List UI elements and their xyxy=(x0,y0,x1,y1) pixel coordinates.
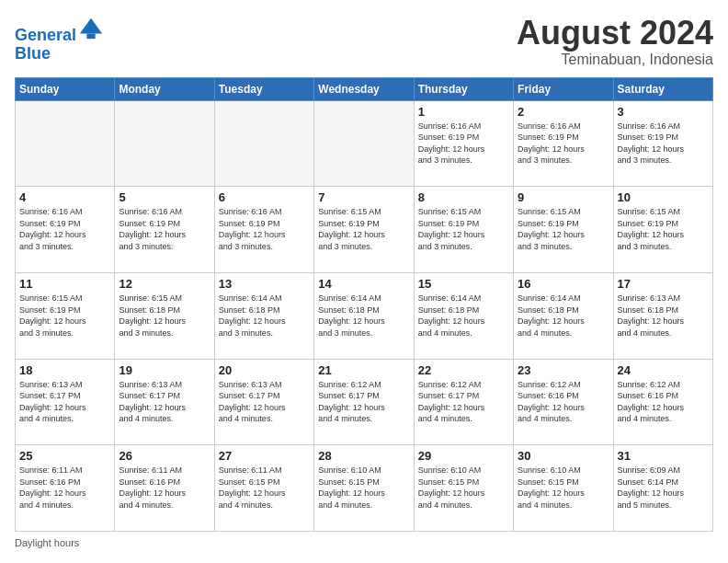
day-info: Sunrise: 6:09 AM Sunset: 6:14 PM Dayligh… xyxy=(618,465,709,511)
day-number: 13 xyxy=(219,277,310,291)
day-number: 31 xyxy=(618,449,709,463)
day-info: Sunrise: 6:16 AM Sunset: 6:19 PM Dayligh… xyxy=(518,121,609,167)
day-number: 27 xyxy=(219,449,310,463)
day-info: Sunrise: 6:10 AM Sunset: 6:15 PM Dayligh… xyxy=(418,465,509,511)
day-number: 19 xyxy=(119,363,210,377)
calendar-cell: 21Sunrise: 6:12 AM Sunset: 6:17 PM Dayli… xyxy=(314,359,414,445)
day-number: 21 xyxy=(318,363,409,377)
day-number: 5 xyxy=(119,190,210,204)
day-info: Sunrise: 6:13 AM Sunset: 6:18 PM Dayligh… xyxy=(618,293,709,339)
day-number: 12 xyxy=(119,277,210,291)
day-info: Sunrise: 6:12 AM Sunset: 6:16 PM Dayligh… xyxy=(518,379,609,425)
day-info: Sunrise: 6:16 AM Sunset: 6:19 PM Dayligh… xyxy=(618,121,709,167)
calendar-cell: 20Sunrise: 6:13 AM Sunset: 6:17 PM Dayli… xyxy=(214,359,313,445)
header: General Blue August 2024 Teminabuan, Ind… xyxy=(15,15,713,68)
day-number: 9 xyxy=(518,190,609,204)
day-info: Sunrise: 6:13 AM Sunset: 6:17 PM Dayligh… xyxy=(19,379,110,425)
footer: Daylight hours xyxy=(15,537,713,548)
day-number: 4 xyxy=(19,190,110,204)
day-info: Sunrise: 6:14 AM Sunset: 6:18 PM Dayligh… xyxy=(518,293,609,339)
col-tuesday: Tuesday xyxy=(214,77,313,100)
day-info: Sunrise: 6:13 AM Sunset: 6:17 PM Dayligh… xyxy=(119,379,210,425)
calendar-cell: 13Sunrise: 6:14 AM Sunset: 6:18 PM Dayli… xyxy=(214,272,313,359)
day-info: Sunrise: 6:15 AM Sunset: 6:18 PM Dayligh… xyxy=(119,293,210,339)
svg-marker-1 xyxy=(86,34,95,40)
calendar-cell: 22Sunrise: 6:12 AM Sunset: 6:17 PM Dayli… xyxy=(414,359,513,445)
day-number: 18 xyxy=(19,363,110,377)
calendar-cell: 4Sunrise: 6:16 AM Sunset: 6:19 PM Daylig… xyxy=(16,187,115,273)
calendar-cell: 16Sunrise: 6:14 AM Sunset: 6:18 PM Dayli… xyxy=(514,272,613,359)
day-number: 11 xyxy=(19,277,110,291)
day-info: Sunrise: 6:10 AM Sunset: 6:15 PM Dayligh… xyxy=(318,465,409,511)
day-number: 14 xyxy=(318,277,409,291)
calendar-cell: 3Sunrise: 6:16 AM Sunset: 6:19 PM Daylig… xyxy=(613,100,712,187)
logo-blue: Blue xyxy=(15,45,104,63)
day-info: Sunrise: 6:15 AM Sunset: 6:19 PM Dayligh… xyxy=(318,206,409,252)
calendar-cell: 29Sunrise: 6:10 AM Sunset: 6:15 PM Dayli… xyxy=(414,445,513,532)
day-number: 15 xyxy=(418,277,509,291)
month-year: August 2024 xyxy=(517,15,713,52)
calendar-cell xyxy=(115,100,214,187)
day-info: Sunrise: 6:16 AM Sunset: 6:19 PM Dayligh… xyxy=(219,206,310,252)
calendar-cell: 12Sunrise: 6:15 AM Sunset: 6:18 PM Dayli… xyxy=(115,272,214,359)
calendar-cell: 31Sunrise: 6:09 AM Sunset: 6:14 PM Dayli… xyxy=(613,445,712,532)
day-number: 3 xyxy=(618,105,709,119)
calendar-cell: 17Sunrise: 6:13 AM Sunset: 6:18 PM Dayli… xyxy=(613,272,712,359)
calendar-cell: 6Sunrise: 6:16 AM Sunset: 6:19 PM Daylig… xyxy=(214,187,313,273)
calendar-cell: 15Sunrise: 6:14 AM Sunset: 6:18 PM Dayli… xyxy=(414,272,513,359)
day-info: Sunrise: 6:12 AM Sunset: 6:17 PM Dayligh… xyxy=(418,379,509,425)
calendar-week-1: 4Sunrise: 6:16 AM Sunset: 6:19 PM Daylig… xyxy=(16,187,713,273)
day-info: Sunrise: 6:13 AM Sunset: 6:17 PM Dayligh… xyxy=(219,379,310,425)
calendar-cell xyxy=(214,100,313,187)
day-info: Sunrise: 6:15 AM Sunset: 6:19 PM Dayligh… xyxy=(418,206,509,252)
day-number: 8 xyxy=(418,190,509,204)
calendar-week-2: 11Sunrise: 6:15 AM Sunset: 6:19 PM Dayli… xyxy=(16,272,713,359)
day-info: Sunrise: 6:16 AM Sunset: 6:19 PM Dayligh… xyxy=(19,206,110,252)
day-number: 23 xyxy=(518,363,609,377)
day-number: 29 xyxy=(418,449,509,463)
col-sunday: Sunday xyxy=(16,77,115,100)
col-saturday: Saturday xyxy=(613,77,712,100)
day-info: Sunrise: 6:16 AM Sunset: 6:19 PM Dayligh… xyxy=(418,121,509,167)
day-info: Sunrise: 6:10 AM Sunset: 6:15 PM Dayligh… xyxy=(518,465,609,511)
calendar-cell xyxy=(16,100,115,187)
day-number: 17 xyxy=(618,277,709,291)
day-number: 20 xyxy=(219,363,310,377)
calendar-cell: 18Sunrise: 6:13 AM Sunset: 6:17 PM Dayli… xyxy=(16,359,115,445)
day-number: 1 xyxy=(418,105,509,119)
calendar-cell: 26Sunrise: 6:11 AM Sunset: 6:16 PM Dayli… xyxy=(115,445,214,532)
col-wednesday: Wednesday xyxy=(314,77,414,100)
calendar-cell: 19Sunrise: 6:13 AM Sunset: 6:17 PM Dayli… xyxy=(115,359,214,445)
calendar-cell: 24Sunrise: 6:12 AM Sunset: 6:16 PM Dayli… xyxy=(613,359,712,445)
calendar-week-4: 25Sunrise: 6:11 AM Sunset: 6:16 PM Dayli… xyxy=(16,445,713,532)
location: Teminabuan, Indonesia xyxy=(517,52,713,68)
day-number: 6 xyxy=(219,190,310,204)
day-info: Sunrise: 6:11 AM Sunset: 6:15 PM Dayligh… xyxy=(219,465,310,511)
day-info: Sunrise: 6:12 AM Sunset: 6:16 PM Dayligh… xyxy=(618,379,709,425)
day-info: Sunrise: 6:14 AM Sunset: 6:18 PM Dayligh… xyxy=(418,293,509,339)
calendar-week-0: 1Sunrise: 6:16 AM Sunset: 6:19 PM Daylig… xyxy=(16,100,713,187)
day-number: 16 xyxy=(518,277,609,291)
day-info: Sunrise: 6:11 AM Sunset: 6:16 PM Dayligh… xyxy=(19,465,110,511)
calendar-cell: 8Sunrise: 6:15 AM Sunset: 6:19 PM Daylig… xyxy=(414,187,513,273)
calendar-header-row: Sunday Monday Tuesday Wednesday Thursday… xyxy=(16,77,713,100)
daylight-label: Daylight hours xyxy=(15,537,79,548)
calendar-cell: 9Sunrise: 6:15 AM Sunset: 6:19 PM Daylig… xyxy=(514,187,613,273)
calendar-cell: 30Sunrise: 6:10 AM Sunset: 6:15 PM Dayli… xyxy=(514,445,613,532)
logo-general: General xyxy=(15,26,76,44)
calendar-cell: 7Sunrise: 6:15 AM Sunset: 6:19 PM Daylig… xyxy=(314,187,414,273)
col-monday: Monday xyxy=(115,77,214,100)
col-friday: Friday xyxy=(514,77,613,100)
day-info: Sunrise: 6:14 AM Sunset: 6:18 PM Dayligh… xyxy=(219,293,310,339)
day-info: Sunrise: 6:12 AM Sunset: 6:17 PM Dayligh… xyxy=(318,379,409,425)
calendar-table: Sunday Monday Tuesday Wednesday Thursday… xyxy=(15,77,713,532)
logo-icon xyxy=(78,15,104,40)
day-info: Sunrise: 6:15 AM Sunset: 6:19 PM Dayligh… xyxy=(518,206,609,252)
day-number: 2 xyxy=(518,105,609,119)
day-number: 24 xyxy=(618,363,709,377)
page: General Blue August 2024 Teminabuan, Ind… xyxy=(0,0,728,563)
calendar-cell: 23Sunrise: 6:12 AM Sunset: 6:16 PM Dayli… xyxy=(514,359,613,445)
day-number: 28 xyxy=(318,449,409,463)
calendar-cell: 28Sunrise: 6:10 AM Sunset: 6:15 PM Dayli… xyxy=(314,445,414,532)
calendar-cell: 27Sunrise: 6:11 AM Sunset: 6:15 PM Dayli… xyxy=(214,445,313,532)
